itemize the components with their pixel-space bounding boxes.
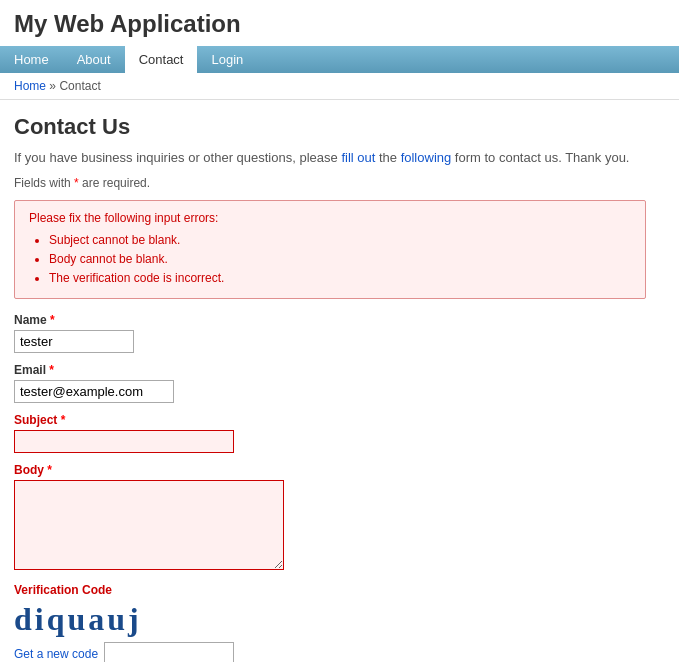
contact-form: Name * Email * Subject * Body * bbox=[14, 313, 646, 662]
intro-text: If you have business inquiries or other … bbox=[14, 148, 646, 168]
main-content: Contact Us If you have business inquirie… bbox=[0, 100, 660, 662]
app-title: My Web Application bbox=[14, 10, 241, 37]
error-list: Subject cannot be blank. Body cannot be … bbox=[29, 231, 631, 289]
subject-group: Subject * bbox=[14, 413, 646, 453]
verification-input[interactable] bbox=[104, 642, 234, 662]
nav-about[interactable]: About bbox=[63, 46, 125, 73]
breadcrumb-home-link[interactable]: Home bbox=[14, 79, 46, 93]
name-input[interactable] bbox=[14, 330, 134, 353]
verification-input-row: Get a new code bbox=[14, 642, 646, 662]
verification-section: Verification Code diquauj Get a new code… bbox=[14, 583, 646, 662]
subject-input[interactable] bbox=[14, 430, 234, 453]
error-item: The verification code is incorrect. bbox=[49, 269, 631, 288]
body-group: Body * bbox=[14, 463, 646, 573]
email-label: Email * bbox=[14, 363, 646, 377]
app-header: My Web Application bbox=[0, 0, 679, 46]
email-input[interactable] bbox=[14, 380, 174, 403]
main-nav: Home About Contact Login bbox=[0, 46, 679, 73]
subject-label: Subject * bbox=[14, 413, 646, 427]
error-item: Subject cannot be blank. bbox=[49, 231, 631, 250]
asterisk: * bbox=[74, 176, 79, 190]
breadcrumb-current: Contact bbox=[59, 79, 100, 93]
name-group: Name * bbox=[14, 313, 646, 353]
error-title: Please fix the following input errors: bbox=[29, 211, 631, 225]
email-group: Email * bbox=[14, 363, 646, 403]
breadcrumb: Home » Contact bbox=[0, 73, 679, 100]
fill-out-link[interactable]: fill out bbox=[341, 150, 375, 165]
error-box: Please fix the following input errors: S… bbox=[14, 200, 646, 300]
name-label: Name * bbox=[14, 313, 646, 327]
following-link[interactable]: following bbox=[401, 150, 452, 165]
body-input[interactable] bbox=[14, 480, 284, 570]
error-item: Body cannot be blank. bbox=[49, 250, 631, 269]
body-label: Body * bbox=[14, 463, 646, 477]
nav-home[interactable]: Home bbox=[0, 46, 63, 73]
get-new-code-link[interactable]: Get a new code bbox=[14, 647, 98, 661]
verification-label: Verification Code bbox=[14, 583, 646, 597]
captcha-image: diquauj bbox=[14, 601, 646, 638]
page-title: Contact Us bbox=[14, 114, 646, 140]
required-note: Fields with * are required. bbox=[14, 176, 646, 190]
nav-contact[interactable]: Contact bbox=[125, 46, 198, 73]
breadcrumb-separator: » bbox=[49, 79, 59, 93]
nav-login[interactable]: Login bbox=[197, 46, 257, 73]
